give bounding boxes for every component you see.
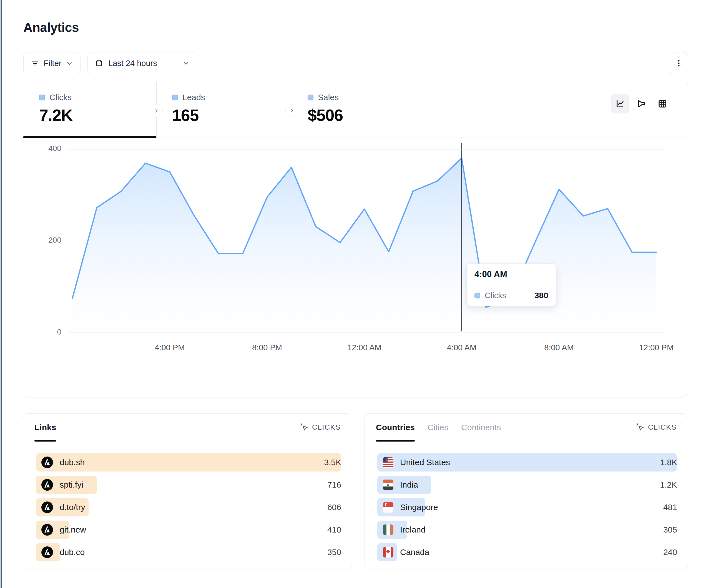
stat-label: Sales: [318, 93, 339, 102]
stat-value: $506: [308, 106, 437, 125]
links-metric-label: CLICKS: [312, 423, 341, 432]
tab-label: Links: [35, 423, 56, 432]
links-panel: Links CLICKS dub.sh3.5Kspti.fyi716d.to/t…: [23, 413, 352, 569]
tooltip-metric-label: Clicks: [485, 291, 506, 300]
chevron-right-icon: [153, 108, 159, 113]
table-view-view-button[interactable]: [653, 94, 672, 113]
dub-logo-icon: [41, 524, 53, 536]
tooltip-metric-value: 380: [534, 291, 548, 300]
expand-metric-button[interactable]: [150, 104, 163, 117]
chevron-down-icon: [182, 60, 190, 67]
chart-view-switcher: [611, 94, 672, 113]
list-item-united-states[interactable]: United States1.8K: [377, 453, 677, 472]
row-value: 606: [327, 502, 341, 512]
flag-ca-icon: [383, 547, 393, 558]
list-item-singapore[interactable]: Singapore481: [377, 498, 677, 516]
date-range-button[interactable]: Last 24 hours: [87, 52, 197, 74]
row-name: United States: [400, 458, 450, 467]
stats-tabs-row: Clicks7.2KLeads165Sales$506: [23, 82, 688, 138]
chevron-down-icon: [66, 60, 73, 67]
chart-crosshair-line: [461, 143, 462, 332]
flag-in-icon: [383, 479, 393, 490]
tab-cities[interactable]: Cities: [428, 413, 448, 441]
filter-button[interactable]: Filter: [23, 52, 81, 74]
chart-area-fill: [72, 158, 656, 333]
stat-value: 165: [172, 106, 292, 125]
tab-label: Cities: [428, 423, 448, 432]
stat-tab-clicks[interactable]: Clicks7.2K: [23, 82, 156, 138]
tooltip-time: 4:00 AM: [467, 264, 556, 285]
line-chart-view-button[interactable]: [611, 94, 629, 113]
window-edge-divider: [1, 0, 2, 588]
list-item-d-to-try[interactable]: d.to/try606: [36, 498, 341, 516]
flag-sg-icon: [383, 502, 393, 513]
line-chart-icon: [615, 99, 625, 109]
expand-metric-button[interactable]: [285, 104, 298, 117]
cursor-click-icon: [636, 423, 645, 432]
table-view-icon: [658, 99, 667, 109]
gridline-y-0: [67, 333, 664, 333]
x-axis-label: 8:00 AM: [544, 343, 574, 352]
filter-icon: [31, 59, 39, 67]
metric-legend-swatch: [39, 95, 45, 100]
row-name: India: [400, 480, 418, 490]
x-axis-label: 12:00 PM: [639, 343, 673, 352]
metric-legend-swatch: [308, 95, 314, 100]
row-value: 240: [663, 547, 677, 557]
tab-continents[interactable]: Continents: [461, 413, 501, 441]
x-axis-label: 8:00 PM: [252, 343, 282, 352]
row-name: dub.sh: [60, 458, 85, 467]
gridline-y-200: [67, 241, 664, 241]
row-value: 410: [327, 525, 341, 535]
page-title: Analytics: [23, 20, 79, 35]
list-item-ireland[interactable]: Ireland305: [377, 521, 677, 539]
funnel-chart-icon: [636, 99, 646, 109]
funnel-chart-view-button[interactable]: [632, 94, 650, 113]
row-name: Singapore: [400, 502, 438, 512]
row-value: 481: [663, 502, 677, 512]
list-item-canada[interactable]: Canada240: [377, 543, 677, 561]
row-value: 305: [663, 525, 677, 535]
row-value: 1.2K: [660, 480, 677, 490]
clicks-area-chart: 4:00 AM Clicks 380 02004004:00 PM8:00 PM…: [23, 138, 688, 397]
stat-tab-leads[interactable]: Leads165: [156, 82, 292, 138]
links-panel-header: Links CLICKS: [23, 413, 352, 441]
dub-logo-icon: [41, 501, 53, 513]
chart-plot[interactable]: [67, 144, 664, 333]
clicks-legend-swatch: [474, 293, 480, 298]
list-item-india[interactable]: India1.2K: [377, 476, 677, 494]
gridline-y-400: [67, 149, 664, 150]
stat-tab-sales[interactable]: Sales$506: [292, 82, 437, 138]
list-item-spti-fyi[interactable]: spti.fyi716: [36, 476, 341, 494]
tab-links[interactable]: Links: [35, 413, 56, 441]
tab-label: Continents: [461, 423, 501, 432]
dub-logo-icon: [41, 456, 53, 468]
tab-countries[interactable]: Countries: [376, 413, 415, 441]
links-metric-sort[interactable]: CLICKS: [300, 423, 341, 432]
metric-legend-swatch: [172, 95, 178, 100]
row-value: 3.5K: [324, 458, 341, 467]
countries-metric-sort[interactable]: CLICKS: [636, 423, 676, 432]
row-value: 1.8K: [660, 458, 677, 467]
flag-ie-icon: [383, 524, 393, 535]
list-item-dub-sh[interactable]: dub.sh3.5K: [36, 453, 341, 472]
countries-metric-label: CLICKS: [648, 423, 676, 432]
more-options-button[interactable]: [670, 52, 688, 74]
filter-button-label: Filter: [44, 59, 61, 68]
stat-label: Leads: [182, 93, 205, 102]
chart-tooltip: 4:00 AM Clicks 380: [467, 264, 556, 306]
row-value: 350: [327, 547, 341, 557]
list-item-git-new[interactable]: git.new410: [36, 521, 341, 539]
list-item-dub-co[interactable]: dub.co350: [36, 543, 341, 561]
row-name: Ireland: [400, 525, 426, 535]
calendar-icon: [95, 59, 103, 67]
y-axis-label: 0: [38, 327, 61, 336]
toolbar: Filter Last 24 hours: [23, 52, 688, 74]
countries-panel-header: CountriesCitiesContinents CLICKS: [365, 413, 688, 441]
row-name: Canada: [400, 547, 429, 557]
stat-value: 7.2K: [39, 106, 156, 125]
row-value: 716: [327, 480, 341, 490]
x-axis-label: 12:00 AM: [347, 343, 382, 352]
y-axis-label: 400: [38, 144, 61, 153]
tab-label: Countries: [376, 423, 415, 432]
